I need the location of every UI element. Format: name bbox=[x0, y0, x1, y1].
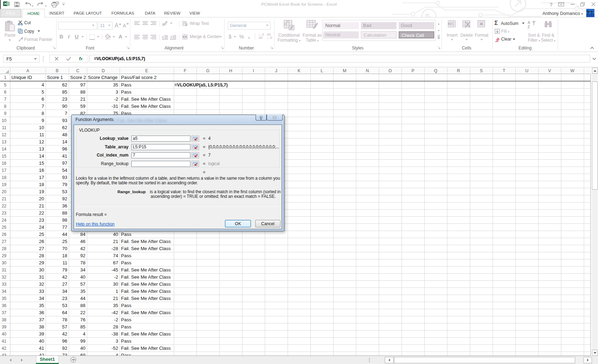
svg-text:Z: Z bbox=[528, 25, 530, 29]
svg-text:A: A bbox=[528, 20, 530, 25]
svg-text:?: ? bbox=[260, 116, 263, 121]
svg-text:ab: ab bbox=[162, 22, 166, 26]
